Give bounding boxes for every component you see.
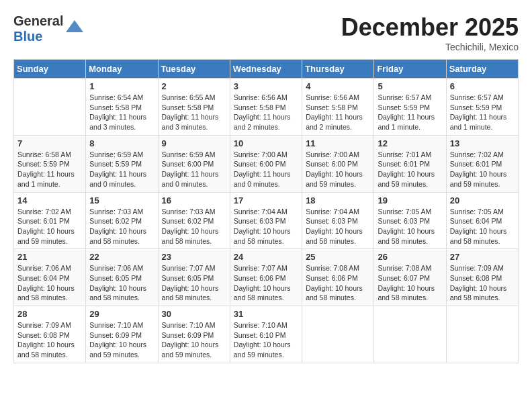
- day-cell: 13Sunrise: 7:02 AM Sunset: 6:01 PM Dayli…: [446, 135, 518, 192]
- day-cell: 15Sunrise: 7:03 AM Sunset: 6:02 PM Dayli…: [86, 192, 158, 249]
- day-number: 24: [234, 252, 298, 262]
- day-info: Sunrise: 6:55 AM Sunset: 5:58 PM Dayligh…: [162, 93, 226, 132]
- day-number: 3: [234, 81, 298, 91]
- day-info: Sunrise: 6:56 AM Sunset: 5:58 PM Dayligh…: [306, 93, 370, 132]
- day-info: Sunrise: 6:57 AM Sunset: 5:59 PM Dayligh…: [378, 93, 442, 132]
- day-cell: 24Sunrise: 7:07 AM Sunset: 6:06 PM Dayli…: [230, 249, 302, 306]
- week-row-1: 1Sunrise: 6:54 AM Sunset: 5:58 PM Daylig…: [14, 79, 519, 136]
- day-cell: 20Sunrise: 7:05 AM Sunset: 6:04 PM Dayli…: [446, 192, 518, 249]
- day-cell: 14Sunrise: 7:02 AM Sunset: 6:01 PM Dayli…: [14, 192, 86, 249]
- day-info: Sunrise: 7:02 AM Sunset: 6:01 PM Dayligh…: [450, 150, 515, 189]
- day-info: Sunrise: 7:03 AM Sunset: 6:02 PM Dayligh…: [162, 207, 226, 246]
- day-cell: 4Sunrise: 6:56 AM Sunset: 5:58 PM Daylig…: [302, 79, 374, 136]
- day-cell: 23Sunrise: 7:07 AM Sunset: 6:05 PM Dayli…: [158, 249, 230, 306]
- day-cell: 6Sunrise: 6:57 AM Sunset: 5:59 PM Daylig…: [446, 79, 518, 136]
- day-cell: 8Sunrise: 6:59 AM Sunset: 5:59 PM Daylig…: [86, 135, 158, 192]
- day-cell: 28Sunrise: 7:09 AM Sunset: 6:08 PM Dayli…: [14, 306, 86, 363]
- day-info: Sunrise: 6:58 AM Sunset: 5:59 PM Dayligh…: [17, 150, 82, 189]
- logo-icon: [64, 19, 85, 39]
- location: Techichili, Mexico: [341, 42, 519, 52]
- day-cell: 25Sunrise: 7:08 AM Sunset: 6:06 PM Dayli…: [302, 249, 374, 306]
- day-cell: 3Sunrise: 6:56 AM Sunset: 5:58 PM Daylig…: [230, 79, 302, 136]
- title-block: December 2025 Techichili, Mexico: [341, 13, 519, 52]
- calendar-table: SundayMondayTuesdayWednesdayThursdayFrid…: [13, 59, 519, 363]
- day-cell: 26Sunrise: 7:08 AM Sunset: 6:07 PM Dayli…: [374, 249, 446, 306]
- day-number: 9: [162, 138, 226, 148]
- day-info: Sunrise: 7:10 AM Sunset: 6:09 PM Dayligh…: [162, 320, 226, 360]
- day-info: Sunrise: 7:07 AM Sunset: 6:05 PM Dayligh…: [162, 263, 226, 303]
- day-cell: 7Sunrise: 6:58 AM Sunset: 5:59 PM Daylig…: [14, 135, 86, 192]
- header-sunday: Sunday: [14, 60, 86, 79]
- day-number: 10: [234, 138, 298, 148]
- svg-marker-0: [66, 20, 83, 32]
- day-number: 4: [306, 81, 370, 91]
- logo-text: General Blue: [13, 13, 63, 44]
- day-number: 19: [378, 195, 442, 205]
- header-tuesday: Tuesday: [158, 60, 230, 79]
- day-info: Sunrise: 6:56 AM Sunset: 5:58 PM Dayligh…: [234, 93, 298, 132]
- day-number: 15: [89, 195, 154, 205]
- day-number: 29: [89, 309, 154, 319]
- day-number: 31: [234, 309, 298, 319]
- day-number: 22: [89, 252, 154, 262]
- month-title: December 2025: [341, 13, 519, 42]
- day-info: Sunrise: 7:10 AM Sunset: 6:09 PM Dayligh…: [89, 320, 154, 360]
- day-number: 12: [378, 138, 442, 148]
- day-number: 28: [17, 309, 82, 319]
- header-thursday: Thursday: [302, 60, 374, 79]
- day-cell: [302, 306, 374, 363]
- day-info: Sunrise: 7:10 AM Sunset: 6:10 PM Dayligh…: [234, 320, 298, 360]
- day-cell: 21Sunrise: 7:06 AM Sunset: 6:04 PM Dayli…: [14, 249, 86, 306]
- day-info: Sunrise: 6:59 AM Sunset: 5:59 PM Dayligh…: [89, 150, 154, 189]
- logo-blue: Blue: [13, 29, 42, 44]
- day-info: Sunrise: 7:00 AM Sunset: 6:00 PM Dayligh…: [234, 150, 298, 189]
- day-info: Sunrise: 7:05 AM Sunset: 6:03 PM Dayligh…: [378, 207, 442, 246]
- day-cell: 2Sunrise: 6:55 AM Sunset: 5:58 PM Daylig…: [158, 79, 230, 136]
- day-number: 16: [162, 195, 226, 205]
- day-info: Sunrise: 6:54 AM Sunset: 5:58 PM Dayligh…: [89, 93, 154, 132]
- day-number: 25: [306, 252, 370, 262]
- day-info: Sunrise: 7:07 AM Sunset: 6:06 PM Dayligh…: [234, 263, 298, 303]
- day-info: Sunrise: 6:59 AM Sunset: 6:00 PM Dayligh…: [162, 150, 226, 189]
- day-number: 6: [450, 81, 515, 91]
- day-info: Sunrise: 7:01 AM Sunset: 6:01 PM Dayligh…: [378, 150, 442, 189]
- day-cell: 19Sunrise: 7:05 AM Sunset: 6:03 PM Dayli…: [374, 192, 446, 249]
- header-wednesday: Wednesday: [230, 60, 302, 79]
- logo: General Blue: [13, 13, 85, 44]
- day-number: 2: [162, 81, 226, 91]
- header-friday: Friday: [374, 60, 446, 79]
- day-info: Sunrise: 7:04 AM Sunset: 6:03 PM Dayligh…: [306, 207, 370, 246]
- day-number: 18: [306, 195, 370, 205]
- day-number: 17: [234, 195, 298, 205]
- day-number: 23: [162, 252, 226, 262]
- day-info: Sunrise: 7:05 AM Sunset: 6:04 PM Dayligh…: [450, 207, 515, 246]
- week-row-5: 28Sunrise: 7:09 AM Sunset: 6:08 PM Dayli…: [14, 306, 519, 363]
- day-cell: 12Sunrise: 7:01 AM Sunset: 6:01 PM Dayli…: [374, 135, 446, 192]
- day-info: Sunrise: 7:03 AM Sunset: 6:02 PM Dayligh…: [89, 207, 154, 246]
- day-cell: 31Sunrise: 7:10 AM Sunset: 6:10 PM Dayli…: [230, 306, 302, 363]
- day-number: 14: [17, 195, 82, 205]
- day-info: Sunrise: 7:06 AM Sunset: 6:05 PM Dayligh…: [89, 263, 154, 303]
- header-monday: Monday: [86, 60, 158, 79]
- day-info: Sunrise: 7:04 AM Sunset: 6:03 PM Dayligh…: [234, 207, 298, 246]
- day-cell: 10Sunrise: 7:00 AM Sunset: 6:00 PM Dayli…: [230, 135, 302, 192]
- day-number: 7: [17, 138, 82, 148]
- day-info: Sunrise: 7:02 AM Sunset: 6:01 PM Dayligh…: [17, 207, 82, 246]
- day-number: 26: [378, 252, 442, 262]
- day-number: 20: [450, 195, 515, 205]
- day-info: Sunrise: 7:09 AM Sunset: 6:08 PM Dayligh…: [17, 320, 82, 360]
- day-cell: 9Sunrise: 6:59 AM Sunset: 6:00 PM Daylig…: [158, 135, 230, 192]
- day-cell: [374, 306, 446, 363]
- day-cell: 16Sunrise: 7:03 AM Sunset: 6:02 PM Dayli…: [158, 192, 230, 249]
- day-number: 1: [89, 81, 154, 91]
- day-cell: 5Sunrise: 6:57 AM Sunset: 5:59 PM Daylig…: [374, 79, 446, 136]
- day-number: 8: [89, 138, 154, 148]
- day-number: 13: [450, 138, 515, 148]
- day-info: Sunrise: 7:08 AM Sunset: 6:06 PM Dayligh…: [306, 263, 370, 303]
- day-cell: 11Sunrise: 7:00 AM Sunset: 6:00 PM Dayli…: [302, 135, 374, 192]
- day-cell: 18Sunrise: 7:04 AM Sunset: 6:03 PM Dayli…: [302, 192, 374, 249]
- week-row-3: 14Sunrise: 7:02 AM Sunset: 6:01 PM Dayli…: [14, 192, 519, 249]
- day-number: 11: [306, 138, 370, 148]
- day-cell: [446, 306, 518, 363]
- day-info: Sunrise: 7:06 AM Sunset: 6:04 PM Dayligh…: [17, 263, 82, 303]
